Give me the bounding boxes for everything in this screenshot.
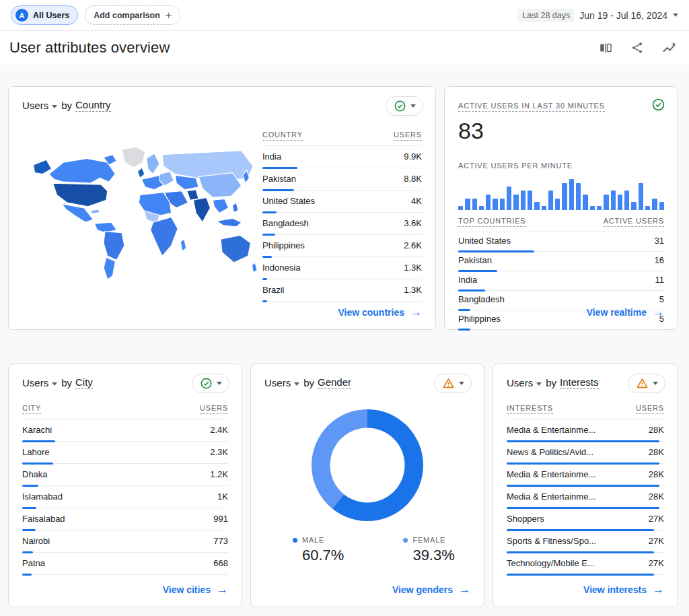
city-table: CITY USERS Karachi2.4KLahore2.3KDhaka1.2… [22, 404, 228, 575]
arrow-right-icon: → [459, 583, 470, 596]
column-header-users[interactable]: USERS [200, 404, 228, 414]
male-percentage: 60.7% [293, 547, 344, 564]
map-madagascar [180, 239, 186, 250]
map-scandinavia [146, 153, 159, 174]
country-table: COUNTRY USERS India9.9KPakistan8.8KUnite… [262, 131, 422, 302]
row-label: Karachi [22, 425, 52, 435]
table-row: Brazil1.3K [262, 279, 422, 302]
view-cities-link[interactable]: View cities → [163, 583, 228, 596]
column-header-users[interactable]: USERS [636, 404, 664, 414]
column-header-top-countries[interactable]: TOP COUNTRIES [458, 217, 525, 227]
data-quality-badge-gender[interactable] [434, 374, 472, 393]
minute-bar [604, 195, 608, 210]
donut-hole [330, 428, 405, 503]
active-users-per-minute-chart[interactable] [458, 178, 664, 210]
gender-donut-chart[interactable] [312, 409, 423, 521]
row-bar [458, 329, 470, 331]
minute-bar [645, 206, 650, 210]
table-row: Sports & Fitness/Spo...27K [507, 531, 664, 553]
table-row: Karachi2.4K [22, 419, 228, 442]
minute-bar [528, 191, 532, 210]
users-by-gender-card: Users by Gender MALE 60.7% FEMALE [250, 364, 484, 607]
table-row: Philippines2.6K [262, 235, 422, 257]
minute-bar [639, 183, 643, 210]
row-value: 2.6K [404, 240, 422, 250]
country-dimension-link[interactable]: Country [75, 99, 111, 112]
chevron-down-icon [459, 382, 464, 385]
minute-bar [507, 186, 511, 210]
share-icon[interactable] [630, 41, 644, 55]
data-quality-badge-country[interactable] [386, 96, 423, 116]
city-dimension-link[interactable]: City [75, 376, 93, 389]
minute-bar [542, 206, 546, 210]
row-value: 2.4K [210, 425, 228, 435]
column-header-users[interactable]: USERS [394, 131, 422, 141]
minute-bar [548, 191, 553, 210]
view-interests-link[interactable]: View interests → [583, 583, 664, 596]
column-header-country[interactable]: COUNTRY [262, 131, 303, 141]
interests-dimension-link[interactable]: Interests [560, 376, 599, 389]
gender-dimension-link[interactable]: Gender [318, 376, 351, 389]
title-by-text: by [61, 377, 72, 388]
row-label: Media & Entertainme... [507, 425, 595, 435]
users-by-country-card: Users by Country [8, 86, 436, 330]
minute-bar [652, 199, 657, 210]
users-metric-dropdown[interactable]: Users [507, 377, 533, 388]
map-china [198, 173, 242, 198]
view-realtime-link[interactable]: View realtime → [587, 306, 664, 319]
row-value: 31 [655, 236, 664, 246]
all-users-avatar: A [15, 9, 28, 22]
users-metric-dropdown[interactable]: Users [264, 377, 291, 388]
comparison-chips: A All Users Add comparison + [11, 5, 180, 25]
map-indonesia [217, 218, 242, 227]
minute-bar [624, 191, 629, 210]
row-label: News & Politics/Avid... [507, 447, 593, 457]
view-countries-link[interactable]: View countries → [338, 306, 422, 319]
minute-bar [576, 183, 581, 210]
column-header-city[interactable]: CITY [22, 404, 41, 414]
users-metric-dropdown[interactable]: Users [22, 100, 48, 111]
row-value: 28K [649, 491, 664, 502]
minute-bar [534, 202, 539, 210]
map-australia [221, 235, 250, 263]
view-genders-link[interactable]: View genders → [392, 583, 470, 596]
realtime-title[interactable]: ACTIVE USERS IN LAST 30 MINUTES [458, 102, 605, 112]
plus-icon: + [166, 9, 172, 22]
all-users-chip[interactable]: A All Users [11, 5, 78, 25]
data-quality-badge-interests[interactable] [628, 374, 665, 393]
map-caribbean [90, 209, 100, 214]
minute-bar [493, 199, 497, 210]
row-value: 8.8K [404, 174, 422, 184]
minute-bar [500, 199, 505, 210]
column-header-active-users[interactable]: ACTIVE USERS [604, 217, 664, 227]
world-map[interactable] [22, 118, 262, 302]
row-label: Bangladesh [458, 294, 505, 304]
realtime-card: ACTIVE USERS IN LAST 30 MINUTES 83 ACTIV… [444, 86, 678, 330]
row-value: 1.3K [404, 263, 422, 273]
minute-bar [562, 183, 567, 210]
edit-comparisons-icon[interactable] [598, 40, 613, 55]
data-quality-badge-city[interactable] [192, 374, 229, 393]
column-header-interests[interactable]: INTERESTS [507, 404, 553, 414]
map-uk [137, 168, 145, 178]
minute-bar [590, 206, 595, 210]
chevron-down-icon [536, 382, 542, 386]
add-comparison-chip[interactable]: Add comparison + [85, 5, 180, 25]
minute-bar [486, 195, 491, 210]
row-value: 28K [649, 469, 664, 479]
date-range-selector[interactable]: Last 28 days Jun 19 - Jul 16, 2024 [518, 9, 678, 22]
row-label: Pakistan [458, 255, 492, 265]
row-value: 668 [213, 558, 228, 568]
minute-bar [631, 202, 636, 210]
row-value: 28K [649, 425, 664, 435]
row-label: Philippines [458, 314, 501, 324]
table-row: Media & Entertainme...28K [507, 486, 664, 508]
row-label: Shoppers [507, 514, 544, 524]
chevron-down-icon [410, 104, 416, 108]
top-bar: A All Users Add comparison + Last 28 day… [0, 0, 689, 31]
minute-bar [472, 199, 477, 210]
insights-icon[interactable] [661, 40, 677, 56]
row-value: 991 [213, 514, 228, 524]
users-metric-dropdown[interactable]: Users [22, 377, 48, 388]
date-range-value: Jun 19 - Jul 16, 2024 [579, 10, 667, 21]
